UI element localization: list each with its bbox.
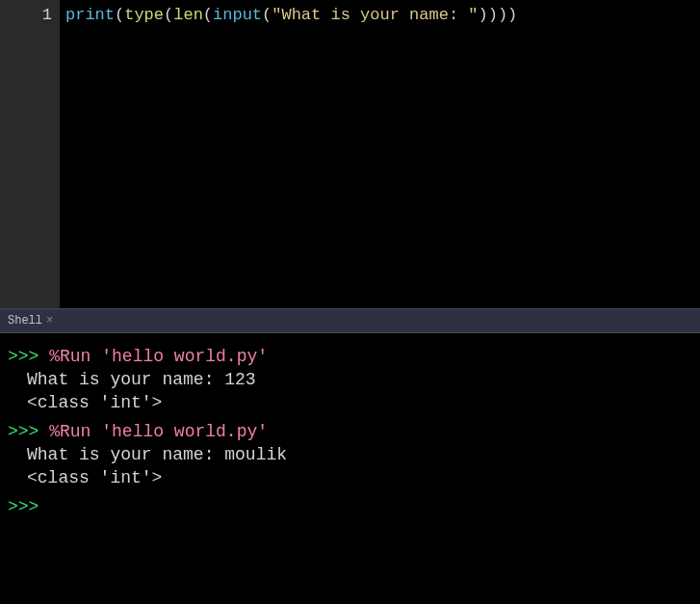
token-len: len (173, 6, 203, 24)
token-paren: ( (164, 6, 173, 24)
tab-shell[interactable]: Shell × (4, 312, 57, 329)
token-paren: )))) (479, 6, 518, 24)
tab-label: Shell (8, 314, 42, 328)
token-string: "What is your name: " (272, 6, 478, 24)
shell-run-command: %Run 'hello world.py' (49, 347, 268, 366)
shell-output-line: What is your name: 123 (27, 370, 692, 389)
shell-output-block: What is your name: 123 <class 'int'> (8, 370, 692, 412)
shell-command-line: >>> %Run 'hello world.py' (8, 347, 692, 366)
shell-output-block: What is your name: moulik <class 'int'> (8, 445, 692, 487)
shell-output-line: <class 'int'> (27, 468, 692, 487)
close-icon[interactable]: × (46, 314, 53, 328)
token-input: input (213, 6, 262, 24)
token-paren: ( (262, 6, 272, 24)
line-gutter: 1 (0, 0, 60, 308)
shell-prompt: >>> (8, 347, 49, 366)
shell-prompt: >>> (8, 422, 49, 441)
shell-output-line: <class 'int'> (27, 393, 692, 412)
token-paren: ( (203, 6, 213, 24)
shell-output-line: What is your name: moulik (27, 445, 692, 464)
code-area[interactable]: print(type(len(input("What is your name:… (60, 0, 700, 308)
token-paren: ( (115, 6, 124, 24)
tab-bar: Shell × (0, 308, 700, 333)
shell-command-line: >>> %Run 'hello world.py' (8, 422, 692, 441)
shell-pane[interactable]: >>> %Run 'hello world.py' What is your n… (0, 333, 700, 604)
line-number: 1 (0, 6, 52, 24)
editor-pane: 1 print(type(len(input("What is your nam… (0, 0, 700, 308)
token-type: type (124, 6, 164, 24)
shell-prompt: >>> (8, 497, 49, 516)
shell-run-command: %Run 'hello world.py' (49, 422, 268, 441)
shell-prompt-line[interactable]: >>> (8, 497, 692, 516)
token-print: print (65, 6, 115, 24)
